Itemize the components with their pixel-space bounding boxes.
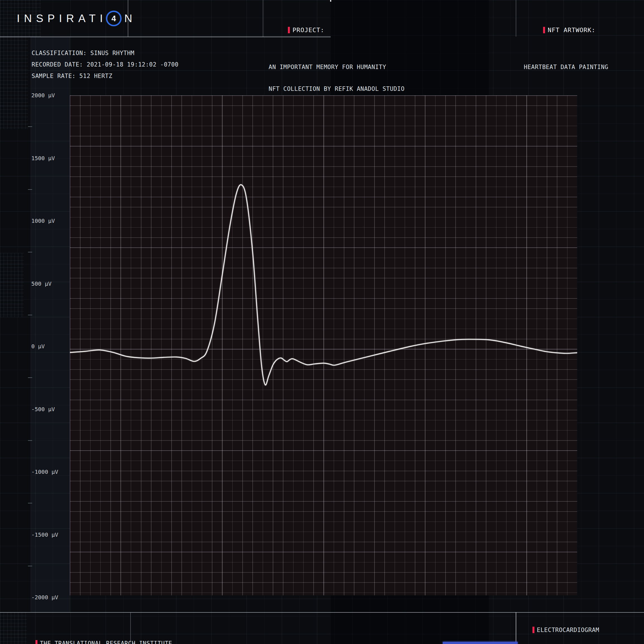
footer-right-block: ELECTROCARDIOGRAM (518, 620, 599, 640)
red-marker-icon (288, 27, 290, 33)
y-axis-label: -2000 µV (31, 594, 58, 601)
y-axis-label: -1000 µV (31, 468, 58, 475)
ecg-trace (70, 95, 577, 595)
ecg-trace-glow (70, 185, 577, 385)
y-axis-label: 2000 µV (31, 92, 55, 99)
y-axis-label: 1000 µV (31, 217, 55, 224)
y-axis-label: -1500 µV (31, 531, 58, 538)
footer-left-row: THE TRANSLATIONAL RESEARCH INSTITUTE (13, 633, 172, 644)
ecg-trace-line (70, 185, 577, 385)
project-block: PROJECT: AN IMPORTANT MEMORY FOR HUMANIT… (264, 6, 404, 106)
red-marker-icon (35, 640, 37, 644)
ecg-chart-area (70, 95, 577, 595)
heartbeat-data-painting: INSPIRATI 4 N PROJECT: AN IMPORTANT MEMO… (0, 0, 644, 644)
y-axis-label: 500 µV (31, 280, 51, 287)
project-line2: NFT COLLECTION BY REFIK ANADOL STUDIO (269, 86, 404, 92)
y-axis-label: 0 µV (31, 343, 45, 350)
y-axis-midpoint-tick (28, 566, 32, 566)
project-line1: AN IMPORTANT MEMORY FOR HUMANITY (269, 64, 404, 70)
y-axis-midpoint-tick (28, 503, 32, 503)
y-axis-midpoint-tick (28, 377, 32, 378)
y-axis: 2000 µV1500 µV1000 µV500 µV0 µV-500 µV-1… (0, 0, 70, 644)
project-label: PROJECT: (292, 27, 324, 34)
y-axis-label: 1500 µV (31, 155, 55, 162)
y-axis-midpoint-tick (28, 126, 32, 127)
y-axis-midpoint-tick (28, 440, 32, 441)
header-panel-divider-left (263, 0, 263, 37)
red-marker-icon (543, 27, 545, 33)
footer-left-block: THE TRANSLATIONAL RESEARCH INSTITUTE FOR… (13, 620, 172, 644)
footer-right-text: ELECTROCARDIOGRAM (537, 627, 599, 633)
y-axis-midpoint-tick (28, 189, 32, 190)
red-marker-icon (532, 627, 534, 633)
y-axis-midpoint-tick (28, 315, 32, 315)
footer-separator-line (0, 612, 644, 613)
footer-left-line1: THE TRANSLATIONAL RESEARCH INSTITUTE (40, 640, 172, 644)
artwork-line1: HEARTBEAT DATA PAINTING (524, 64, 608, 70)
project-label-row: PROJECT: (264, 20, 404, 41)
top-edge-tick (330, 0, 331, 2)
artwork-label: NFT ARTWORK: (548, 27, 595, 34)
footer-divider-right (516, 612, 516, 644)
logo-circled-char: 4 (112, 14, 116, 23)
artwork-label-row: NFT ARTWORK: (519, 20, 608, 41)
header-panel-divider-right (516, 0, 516, 37)
logo-text-post: N (124, 12, 136, 25)
progress-accent-bar (443, 642, 518, 644)
nft-artwork-block: NFT ARTWORK: HEARTBEAT DATA PAINTING (519, 6, 608, 84)
y-axis-midpoint-tick (28, 252, 32, 252)
logo-circle-4-icon: 4 (106, 11, 122, 26)
y-axis-label: -500 µV (31, 406, 55, 413)
